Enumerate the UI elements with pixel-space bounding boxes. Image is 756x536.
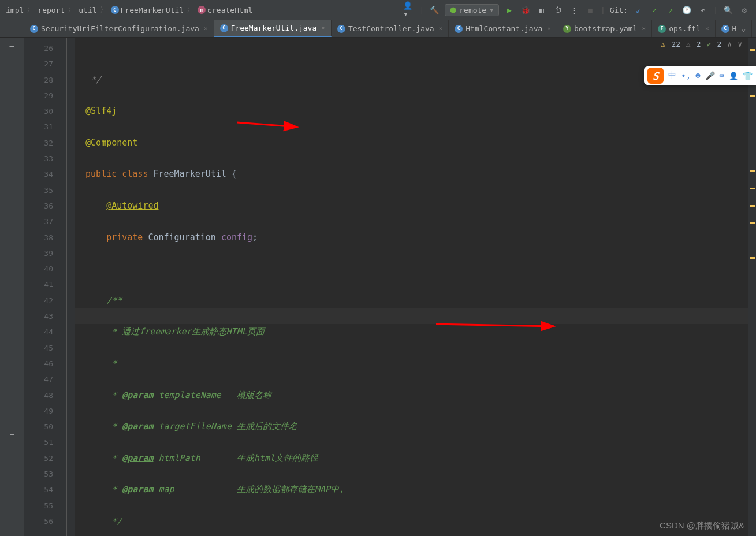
svg-line-1 (436, 324, 554, 326)
git-update-icon[interactable]: ↙ (632, 4, 644, 16)
crumb-report[interactable]: report〉 (38, 5, 76, 15)
settings-icon[interactable]: ⚙ (739, 4, 750, 16)
tab-h[interactable]: CH⌄ (716, 20, 753, 37)
crumb-class[interactable]: CFreeMarkerUtil〉 (111, 5, 196, 15)
git-history-icon[interactable]: 🕐 (681, 4, 692, 16)
weak-warning-icon: ⚠ (686, 40, 691, 49)
git-push-icon[interactable]: ↗ (665, 4, 676, 16)
run-icon[interactable]: ▶ (504, 4, 515, 16)
java-file-icon: C (337, 25, 345, 33)
run-config-selector[interactable]: ⬢ remote ▾ (445, 4, 499, 16)
error-stripe[interactable] (748, 38, 756, 536)
crumb-method[interactable]: mcreateHtml (198, 6, 252, 14)
java-file-icon: C (721, 25, 729, 33)
ime-keyboard-icon[interactable]: ⌨ (720, 71, 724, 80)
editor-area: — — 262728293031323334353637383940414243… (0, 38, 756, 536)
stop-icon[interactable]: ■ (584, 4, 596, 16)
chevron-up-icon[interactable]: ∧ (727, 40, 732, 49)
fold-gutter[interactable]: 💡 (59, 38, 75, 536)
tab-ops[interactable]: Fops.ftl× (652, 20, 715, 37)
ime-user-icon[interactable]: 👤 (729, 72, 738, 80)
java-file-icon: C (30, 25, 38, 33)
warning-icon: ⚠ (661, 40, 666, 49)
line-number-gutter: 2627282930313233343536373839404142434445… (24, 38, 59, 536)
ime-lang[interactable]: 中 (668, 70, 676, 81)
spring-icon: ⬢ (450, 6, 456, 14)
git-revert-icon[interactable]: ↶ (697, 4, 709, 16)
collapse-icon[interactable]: — (0, 38, 24, 54)
git-label: Git: (610, 6, 628, 14)
close-icon[interactable]: × (705, 25, 709, 32)
weak-warning-count: 2 (697, 40, 701, 49)
sogou-logo-icon: S (647, 68, 664, 84)
ime-toolbar[interactable]: S 中 •, ☻ 🎤 ⌨ 👤 👕 (644, 66, 756, 85)
ftl-file-icon: F (658, 25, 666, 33)
profile-icon[interactable]: ⏱ (552, 4, 564, 16)
crumb-util[interactable]: util〉 (79, 5, 108, 15)
tab-security[interactable]: CSecurityUriFilterConfiguration.java× (24, 20, 214, 37)
warning-count: 22 (671, 40, 680, 49)
tab-bootstrap[interactable]: Ybootstrap.yaml× (557, 20, 652, 37)
typo-count: 2 (717, 40, 722, 49)
java-file-icon: C (220, 24, 228, 32)
build-icon[interactable]: 🔨 (429, 4, 440, 16)
svg-line-0 (237, 122, 297, 127)
close-icon[interactable]: × (547, 25, 551, 32)
close-icon[interactable]: × (642, 25, 646, 32)
close-icon[interactable]: × (204, 25, 208, 32)
toolbar-actions: 👤▾ | 🔨 ⬢ remote ▾ ▶ 🐞 ◧ ⏱ ⋮ ■ | Git: ↙ ✓… (403, 4, 750, 16)
typo-icon: ✔ (707, 40, 712, 49)
tab-freemarker[interactable]: CFreeMarkerUtil.java× (214, 20, 332, 37)
method-icon: m (198, 6, 206, 14)
code-editor[interactable]: */ @Slf4j @Component public class FreeMa… (75, 38, 748, 536)
search-icon[interactable]: 🔍 (723, 4, 734, 16)
tool-window-bar: — (0, 38, 24, 536)
ime-emoji-icon[interactable]: ☻ (695, 71, 700, 80)
git-commit-icon[interactable]: ✓ (649, 4, 660, 16)
tab-testcontroller[interactable]: CTestController.java× (332, 20, 449, 37)
ime-punct-icon[interactable]: •, (681, 71, 691, 80)
user-icon[interactable]: 👤▾ (403, 4, 415, 16)
ime-voice-icon[interactable]: 🎤 (705, 71, 715, 80)
java-file-icon: C (455, 25, 463, 33)
debug-icon[interactable]: 🐞 (520, 4, 531, 16)
class-icon: C (111, 6, 119, 14)
ime-skin-icon[interactable]: 👕 (743, 71, 753, 80)
close-icon[interactable]: × (321, 24, 325, 32)
main-toolbar: impl〉 report〉 util〉 CFreeMarkerUtil〉 mcr… (0, 0, 756, 20)
more-icon[interactable]: ⋮ (568, 4, 580, 16)
watermark: CSDN @胖揍偷猪贼& (660, 520, 744, 531)
yaml-file-icon: Y (563, 25, 571, 33)
annotation-arrow (436, 318, 563, 333)
close-icon[interactable]: × (439, 25, 443, 32)
minimize-icon[interactable]: — (0, 426, 24, 442)
annotation-arrow (237, 116, 306, 133)
chevron-down-icon[interactable]: ∨ (738, 40, 742, 49)
tab-htmlconstant[interactable]: CHtmlConstant.java× (449, 20, 557, 37)
coverage-icon[interactable]: ◧ (536, 4, 548, 16)
problems-summary[interactable]: ⚠22 ⚠2 ✔2 ∧ ∨ (659, 38, 744, 51)
crumb-impl[interactable]: impl〉 (6, 5, 35, 15)
editor-tabs: CSecurityUriFilterConfiguration.java× CF… (0, 20, 756, 38)
breadcrumb: impl〉 report〉 util〉 CFreeMarkerUtil〉 mcr… (6, 5, 401, 15)
